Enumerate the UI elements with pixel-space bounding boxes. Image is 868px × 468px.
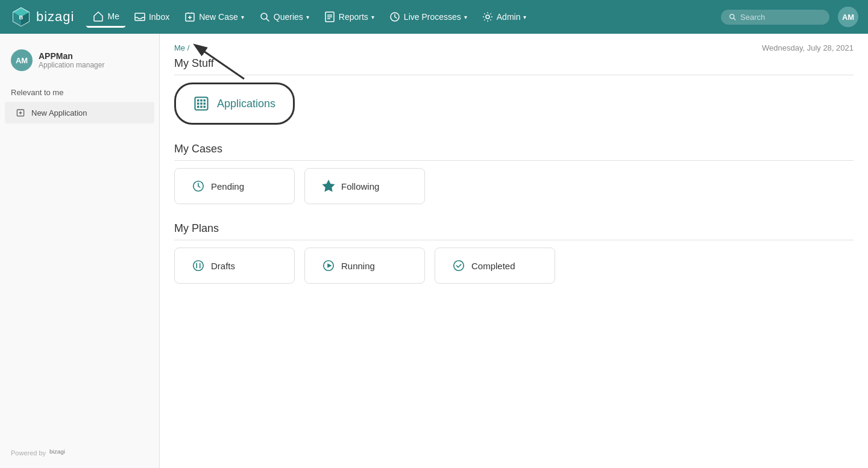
new-case-icon bbox=[184, 11, 196, 23]
user-info: AM APPMan Application manager bbox=[0, 43, 159, 82]
live-processes-icon bbox=[389, 11, 401, 23]
svg-point-10 bbox=[486, 15, 489, 19]
breadcrumb-separator: / bbox=[187, 43, 190, 52]
powered-by-text: Powered by bbox=[11, 449, 46, 457]
user-avatar: AM bbox=[11, 49, 33, 71]
sidebar-item-new-application[interactable]: New Application bbox=[5, 102, 154, 123]
my-cases-title: My Cases bbox=[174, 143, 854, 161]
my-cases-section: My Cases Pending bbox=[174, 143, 854, 204]
bizagi-footer-logo: bizagi bbox=[49, 447, 83, 458]
svg-text:B: B bbox=[19, 14, 24, 20]
new-case-dropdown-arrow: ▾ bbox=[241, 14, 244, 20]
breadcrumb-me[interactable]: Me bbox=[174, 43, 185, 52]
home-icon bbox=[92, 10, 104, 22]
play-circle-icon bbox=[322, 259, 335, 272]
nav-live-processes[interactable]: Live Processes ▾ bbox=[383, 7, 473, 27]
cases-cards-row: Pending Following bbox=[174, 168, 854, 204]
apps-grid: Applications bbox=[174, 83, 854, 125]
search-input[interactable] bbox=[740, 13, 819, 22]
svg-rect-22 bbox=[197, 106, 200, 108]
my-stuff-title: My Stuff bbox=[174, 57, 854, 75]
svg-text:bizagi: bizagi bbox=[49, 448, 65, 455]
drafts-card[interactable]: Drafts bbox=[174, 248, 295, 284]
running-label: Running bbox=[341, 261, 375, 271]
avatar[interactable]: AM bbox=[838, 7, 858, 27]
check-circle-icon bbox=[452, 259, 465, 272]
nav-new-case[interactable]: New Case ▾ bbox=[178, 7, 250, 27]
completed-card[interactable]: Completed bbox=[435, 248, 555, 284]
pending-label: Pending bbox=[211, 181, 244, 192]
nav-me[interactable]: Me bbox=[86, 7, 125, 28]
svg-rect-5 bbox=[135, 13, 145, 20]
svg-point-30 bbox=[454, 261, 464, 271]
logo-text: bizagi bbox=[36, 9, 74, 25]
clock-icon bbox=[192, 179, 205, 193]
sidebar-item-new-application-label: New Application bbox=[31, 108, 87, 117]
page-wrapper: Me / Wednesday, July 28, 2021 My Stuff bbox=[160, 34, 868, 316]
nav-admin[interactable]: Admin ▾ bbox=[476, 7, 533, 27]
applications-label: Applications bbox=[217, 98, 275, 110]
svg-point-27 bbox=[193, 261, 204, 271]
following-card[interactable]: Following bbox=[304, 168, 425, 204]
user-name: APPMan bbox=[39, 51, 104, 61]
applications-card[interactable]: Applications bbox=[174, 83, 295, 125]
breadcrumb: Me / bbox=[174, 43, 189, 52]
nav-reports[interactable]: Reports ▾ bbox=[318, 7, 380, 27]
admin-dropdown-arrow: ▾ bbox=[523, 14, 526, 20]
logo[interactable]: B bizagi bbox=[10, 5, 74, 28]
my-plans-section: My Plans Drafts bbox=[174, 222, 854, 284]
pause-circle-icon bbox=[192, 259, 205, 272]
nav-inbox[interactable]: Inbox bbox=[128, 7, 175, 27]
sidebar-footer: Powered by bizagi bbox=[0, 437, 159, 468]
drafts-label: Drafts bbox=[211, 261, 235, 271]
queries-dropdown-arrow: ▾ bbox=[306, 14, 309, 20]
svg-rect-17 bbox=[200, 99, 203, 102]
breadcrumb-bar: Me / Wednesday, July 28, 2021 bbox=[160, 34, 868, 57]
following-label: Following bbox=[341, 181, 379, 192]
svg-marker-29 bbox=[327, 263, 332, 267]
nav-queries[interactable]: Queries ▾ bbox=[253, 7, 315, 27]
main-content: Me / Wednesday, July 28, 2021 My Stuff bbox=[160, 34, 868, 468]
reports-icon bbox=[324, 11, 336, 23]
running-card[interactable]: Running bbox=[304, 248, 425, 284]
completed-label: Completed bbox=[471, 261, 515, 271]
svg-rect-24 bbox=[204, 106, 206, 108]
header: B bizagi Me Inbox New Case ▾ Queries ▾ bbox=[0, 0, 868, 34]
date-label: Wednesday, July 28, 2021 bbox=[762, 43, 854, 52]
user-details: APPMan Application manager bbox=[39, 51, 104, 69]
reports-dropdown-arrow: ▾ bbox=[371, 14, 374, 20]
bizagi-footer-brand-icon: bizagi bbox=[49, 447, 83, 457]
search-box[interactable] bbox=[721, 10, 829, 25]
logo-icon: B bbox=[10, 5, 33, 28]
svg-rect-16 bbox=[197, 99, 200, 102]
star-icon bbox=[322, 179, 335, 193]
svg-rect-18 bbox=[204, 99, 206, 102]
svg-rect-20 bbox=[200, 102, 203, 105]
pending-card[interactable]: Pending bbox=[174, 168, 295, 204]
queries-icon bbox=[259, 11, 271, 23]
inbox-icon bbox=[134, 11, 146, 23]
search-icon bbox=[728, 13, 737, 21]
user-role: Application manager bbox=[39, 61, 104, 69]
svg-rect-19 bbox=[197, 102, 200, 105]
live-processes-dropdown-arrow: ▾ bbox=[464, 14, 467, 20]
my-plans-title: My Plans bbox=[174, 222, 854, 240]
admin-icon bbox=[482, 11, 494, 23]
calculator-icon bbox=[193, 95, 210, 112]
new-application-icon bbox=[16, 108, 25, 117]
plans-cards-row: Drafts Running bbox=[174, 248, 854, 284]
sidebar-section-relevant: Relevant to me bbox=[0, 82, 159, 102]
my-stuff-section: My Stuff bbox=[174, 57, 854, 125]
svg-rect-23 bbox=[200, 106, 203, 108]
content-area: My Stuff bbox=[160, 57, 868, 316]
svg-rect-21 bbox=[204, 102, 206, 105]
layout: AM APPMan Application manager Relevant t… bbox=[0, 34, 868, 468]
svg-marker-26 bbox=[323, 181, 334, 191]
sidebar: AM APPMan Application manager Relevant t… bbox=[0, 34, 160, 468]
